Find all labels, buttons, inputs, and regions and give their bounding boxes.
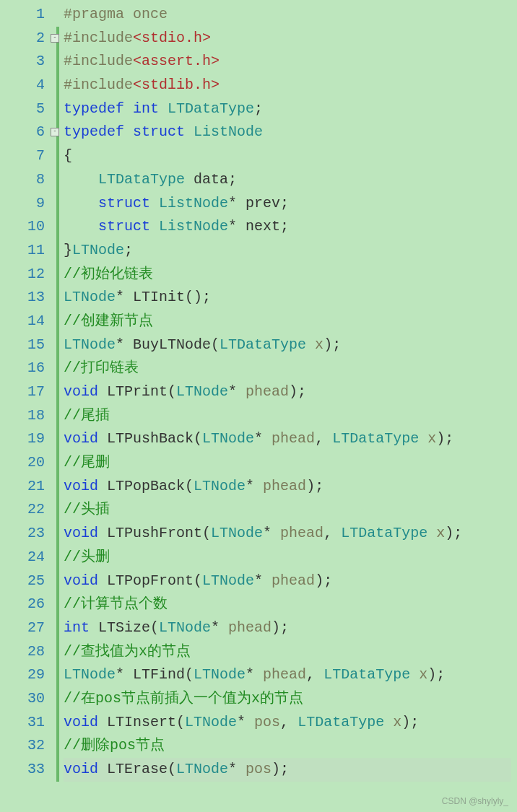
code-editor: 1 2 3 4 5 6 7 8 9 10 11 12 13 14 15 16 1… <box>0 0 517 782</box>
line-number: 4 <box>0 74 56 97</box>
fold-icon[interactable]: - <box>51 34 59 43</box>
watermark-text: CSDN @shylyly_ <box>442 796 508 806</box>
code-line-highlighted: void LTErase(LTNode* pos); <box>64 758 517 782</box>
code-line: #include<assert.h> <box>64 50 517 74</box>
code-line: struct ListNode* prev; <box>64 192 517 216</box>
line-number: 9 <box>0 192 56 216</box>
line-number: 1 <box>0 3 56 27</box>
line-number: 18 <box>0 404 56 428</box>
code-line: void LTPopFront(LTNode* phead); <box>64 569 517 593</box>
line-number: 8 <box>0 168 56 192</box>
line-number: 14 <box>0 310 56 333</box>
code-line: //尾插 <box>64 404 517 428</box>
code-area[interactable]: #pragma once -#include<stdio.h> #include… <box>59 3 517 782</box>
line-number: 7 <box>0 144 56 168</box>
code-line: void LTPopBack(LTNode* phead); <box>64 475 517 499</box>
line-number: 29 <box>0 663 56 687</box>
code-line: //打印链表 <box>64 357 517 380</box>
line-number: 2 <box>0 27 56 51</box>
code-line: struct ListNode* next; <box>64 215 517 239</box>
line-number: 22 <box>0 498 56 522</box>
code-line: #include<stdlib.h> <box>64 74 517 97</box>
code-line: typedef int LTDataType; <box>64 97 517 121</box>
code-line: //尾删 <box>64 451 517 475</box>
line-number: 24 <box>0 546 56 569</box>
line-number: 13 <box>0 286 56 310</box>
line-number: 12 <box>0 263 56 287</box>
code-line: -#include<stdio.h> <box>64 27 517 51</box>
code-line: LTNode* BuyLTNode(LTDataType x); <box>64 333 517 357</box>
code-line: LTNode* LTInit(); <box>64 286 517 310</box>
code-line: -typedef struct ListNode <box>64 121 517 144</box>
line-number: 15 <box>0 333 56 357</box>
line-number: 11 <box>0 239 56 263</box>
code-line: //头删 <box>64 546 517 569</box>
code-line: void LTInsert(LTNode* pos, LTDataType x)… <box>64 711 517 735</box>
line-number: 28 <box>0 640 56 664</box>
line-number: 3 <box>0 50 56 74</box>
strip-gap <box>56 3 59 27</box>
code-line: //初始化链表 <box>64 263 517 287</box>
code-line: //创建新节点 <box>64 310 517 333</box>
code-line: void LTPrint(LTNode* phead); <box>64 380 517 404</box>
line-number: 17 <box>0 380 56 404</box>
line-number: 6 <box>0 121 56 144</box>
code-line: //查找值为x的节点 <box>64 640 517 664</box>
line-number: 23 <box>0 522 56 546</box>
code-line: { <box>64 144 517 168</box>
code-line: void LTPushBack(LTNode* phead, LTDataTyp… <box>64 427 517 451</box>
line-number: 21 <box>0 475 56 499</box>
code-line: //计算节点个数 <box>64 593 517 616</box>
line-number: 10 <box>0 215 56 239</box>
code-line: }LTNode; <box>64 239 517 263</box>
line-number: 20 <box>0 451 56 475</box>
line-number: 31 <box>0 711 56 735</box>
line-number: 30 <box>0 687 56 711</box>
code-line: LTNode* LTFind(LTNode* phead, LTDataType… <box>64 663 517 687</box>
line-number-gutter: 1 2 3 4 5 6 7 8 9 10 11 12 13 14 15 16 1… <box>0 3 56 782</box>
line-number: 27 <box>0 616 56 640</box>
line-number: 26 <box>0 593 56 616</box>
code-line: //在pos节点前插入一个值为x的节点 <box>64 687 517 711</box>
code-line: void LTPushFront(LTNode* phead, LTDataTy… <box>64 522 517 546</box>
line-number: 25 <box>0 569 56 593</box>
code-line: LTDataType data; <box>64 168 517 192</box>
code-line: int LTSize(LTNode* phead); <box>64 616 517 640</box>
line-number: 32 <box>0 734 56 758</box>
code-line: //删除pos节点 <box>64 734 517 758</box>
line-number: 33 <box>0 758 56 782</box>
code-line: #pragma once <box>64 3 517 27</box>
line-number: 16 <box>0 357 56 380</box>
line-number: 19 <box>0 427 56 451</box>
code-line: //头插 <box>64 498 517 522</box>
line-number: 5 <box>0 97 56 121</box>
fold-icon[interactable]: - <box>51 128 59 136</box>
